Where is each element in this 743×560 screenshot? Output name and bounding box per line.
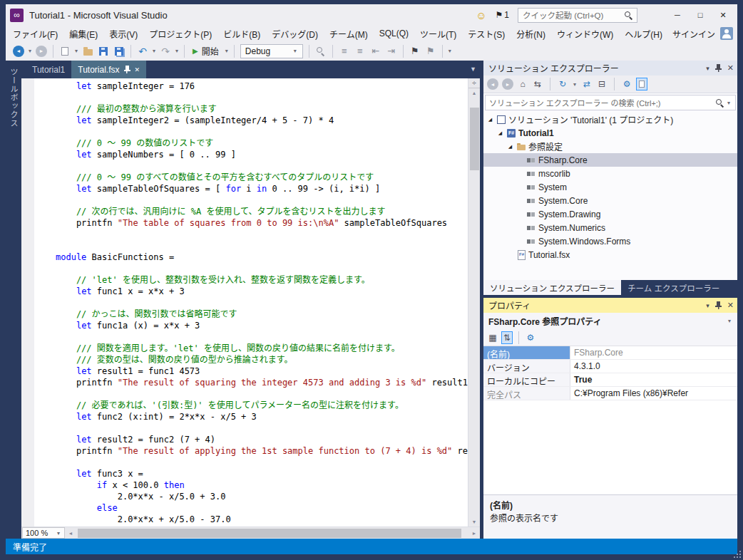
start-debugging-button[interactable]: ▶ 開始 xyxy=(189,43,222,59)
property-value[interactable]: C:¥Program Files (x86)¥Refer xyxy=(570,387,737,400)
expand-arrow-icon[interactable]: ◢ xyxy=(486,117,494,123)
search-icon[interactable] xyxy=(716,99,724,107)
menu-item-project[interactable]: プロジェクト(P) xyxy=(143,26,217,41)
property-value[interactable]: 4.3.1.0 xyxy=(570,360,737,373)
pin-icon[interactable] xyxy=(715,64,722,72)
property-value[interactable]: True xyxy=(570,373,737,386)
alphabetical-sort-icon[interactable]: ⇅ xyxy=(501,331,513,344)
menu-item-team[interactable]: チーム(M) xyxy=(324,26,374,41)
tree-item-mscorlib[interactable]: mscorlib xyxy=(483,167,737,180)
menu-item-test[interactable]: テスト(S) xyxy=(462,26,511,41)
tab-tutorial1[interactable]: Tutorial1 xyxy=(26,61,71,78)
start-dropdown-icon[interactable]: ▾ xyxy=(224,48,230,54)
categorized-icon[interactable]: ▦ xyxy=(487,331,498,344)
tree-item-system[interactable]: System xyxy=(483,180,737,194)
menu-item-view[interactable]: 表示(V) xyxy=(103,26,143,41)
toolbar-options-icon[interactable]: ▾ xyxy=(447,48,453,54)
comment-button[interactable]: ≡ xyxy=(337,43,352,59)
feedback-smiley-icon[interactable]: ☺ xyxy=(476,10,486,21)
pin-icon[interactable] xyxy=(715,301,722,309)
navigate-back-dropdown-icon[interactable]: ▾ xyxy=(27,48,33,54)
quick-launch-search[interactable]: クイック起動 (Ctrl+Q) xyxy=(518,8,637,23)
close-button[interactable]: ✕ xyxy=(713,7,733,23)
solution-search-box[interactable]: ソリューション エクスプローラー の検索 (Ctrl+;) ▾ xyxy=(485,95,736,110)
menu-item-edit[interactable]: 編集(E) xyxy=(63,26,103,41)
sync-with-active-document-icon[interactable]: ⇄ xyxy=(581,78,593,90)
tree-item-tutorial-fsx[interactable]: Tutorial.fsx xyxy=(483,248,737,261)
property-row-name[interactable]: (名前)FSharp.Core xyxy=(483,346,737,360)
tree-item-project-tutorial1[interactable]: ◢Tutorial1 xyxy=(483,126,737,140)
back-button[interactable]: ◄ xyxy=(487,78,498,90)
resize-grip[interactable] xyxy=(734,551,741,558)
close-icon[interactable]: ✕ xyxy=(727,301,734,310)
pending-changes-filter-icon[interactable]: ↻ xyxy=(557,78,568,90)
menu-item-tools[interactable]: ツール(T) xyxy=(414,26,462,41)
decrease-indent-button[interactable]: ⇤ xyxy=(369,43,383,59)
menu-item-analyze[interactable]: 分析(N) xyxy=(511,26,551,41)
zoom-selector[interactable]: 100 % ▾ xyxy=(22,527,65,539)
uncomment-button[interactable]: ≡ xyxy=(353,43,367,59)
solution-configuration-select[interactable]: Debug ▾ xyxy=(240,44,303,58)
close-icon[interactable]: ✕ xyxy=(727,63,734,73)
save-button[interactable] xyxy=(96,43,111,59)
tab-tutorial-fsx[interactable]: Tutorial.fsx✕ xyxy=(71,61,146,78)
navigate-forward-button[interactable]: ► xyxy=(34,43,48,59)
vscroll-track[interactable] xyxy=(468,98,480,517)
open-file-button[interactable] xyxy=(81,43,95,59)
property-pages-gear-icon[interactable]: ⚙ xyxy=(525,331,536,344)
tree-item-system-core[interactable]: System.Core xyxy=(483,194,737,207)
toolbox-tab[interactable]: ツールボックス xyxy=(6,61,21,539)
expand-arrow-icon[interactable]: ◢ xyxy=(506,144,514,150)
property-row-copy-local[interactable]: ローカルにコピーTrue xyxy=(483,373,737,387)
horizontal-scrollbar[interactable] xyxy=(76,527,468,539)
hscroll-thumb[interactable] xyxy=(78,529,461,538)
expand-arrow-icon[interactable]: ◢ xyxy=(496,130,504,136)
vertical-scrollbar[interactable]: ÷ ▲ ▼ xyxy=(468,78,480,527)
document-list-dropdown-icon[interactable]: ▼ xyxy=(470,66,476,73)
window-position-icon[interactable]: ▾ xyxy=(706,65,709,72)
maximize-button[interactable]: □ xyxy=(690,7,710,23)
menu-item-file[interactable]: ファイル(F) xyxy=(7,26,63,41)
new-file-dropdown-icon[interactable]: ▾ xyxy=(73,48,79,54)
increase-indent-button[interactable]: ⇥ xyxy=(384,43,399,59)
panel-tab-solution-explorer[interactable]: ソリューション エクスプローラー xyxy=(483,280,621,295)
new-file-button[interactable] xyxy=(58,43,72,59)
menu-item-debug[interactable]: デバッグ(D) xyxy=(266,26,324,41)
notifications-button[interactable]: ⚑ 1 xyxy=(496,10,509,20)
solution-explorer-header[interactable]: ソリューション エクスプローラー ▾ ✕ xyxy=(483,61,737,76)
properties-gear-icon[interactable]: ⚙ xyxy=(621,78,632,90)
properties-header[interactable]: プロパティ ▾ ✕ xyxy=(483,298,737,313)
filter-dropdown-icon[interactable]: ▾ xyxy=(572,81,578,88)
user-avatar-icon[interactable] xyxy=(720,27,733,40)
panel-tab-team-explorer[interactable]: チーム エクスプローラー xyxy=(621,280,726,295)
save-all-button[interactable] xyxy=(112,43,126,59)
scroll-right-icon[interactable]: ► xyxy=(468,531,480,536)
tree-item-system-numerics[interactable]: System.Numerics xyxy=(483,221,737,234)
tree-item-fsharp-core[interactable]: FSharp.Core xyxy=(483,153,737,167)
navigate-back-button[interactable]: ◄ xyxy=(11,43,26,59)
tree-item-references[interactable]: ◢参照設定 xyxy=(483,140,737,153)
vscroll-thumb[interactable] xyxy=(470,108,479,170)
home-icon[interactable]: ⌂ xyxy=(517,78,528,90)
scroll-down-icon[interactable]: ▼ xyxy=(468,517,480,527)
sign-in-link[interactable]: サインイン xyxy=(672,28,715,40)
scroll-left-icon[interactable]: ◄ xyxy=(65,531,76,536)
show-all-files-button[interactable] xyxy=(636,78,647,90)
indicator-margin[interactable] xyxy=(21,78,34,527)
menu-item-help[interactable]: ヘルプ(H) xyxy=(619,26,668,41)
menu-item-build[interactable]: ビルド(B) xyxy=(217,26,266,41)
switch-views-icon[interactable]: ⇆ xyxy=(532,78,543,90)
tree-item-system-windows-forms[interactable]: System.Windows.Forms xyxy=(483,234,737,248)
property-value[interactable]: FSharp.Core xyxy=(570,346,737,359)
pin-icon[interactable] xyxy=(124,66,130,73)
find-button[interactable] xyxy=(314,43,328,59)
close-icon[interactable]: ✕ xyxy=(135,66,140,73)
redo-button[interactable]: ↷ xyxy=(158,43,173,59)
tree-item-system-drawing[interactable]: System.Drawing xyxy=(483,207,737,221)
scroll-up-icon[interactable]: ▲ xyxy=(468,88,480,98)
splitter-handle[interactable]: ÷ xyxy=(468,78,480,88)
tree-item-solution[interactable]: ◢ソリューション 'Tutorial1' (1 プロジェクト) xyxy=(483,113,737,126)
minimize-button[interactable]: ─ xyxy=(667,7,687,23)
window-position-icon[interactable]: ▾ xyxy=(706,302,709,309)
undo-button[interactable]: ↶ xyxy=(135,43,150,59)
